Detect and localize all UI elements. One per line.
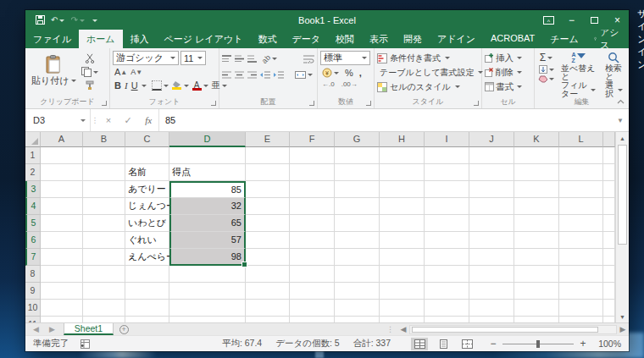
column-header-E[interactable]: E (246, 132, 290, 147)
cell-H11[interactable] (380, 317, 425, 322)
cell-J1[interactable] (469, 147, 514, 164)
cell-C8[interactable] (125, 266, 169, 283)
cell-C9[interactable] (125, 283, 169, 300)
cell-I6[interactable] (425, 232, 469, 249)
cell-C1[interactable] (125, 147, 169, 164)
cell-L3[interactable] (559, 181, 603, 198)
page-break-view-button[interactable] (458, 338, 475, 350)
cell-K1[interactable] (514, 147, 559, 164)
sign-in-button[interactable]: サインイン (630, 30, 644, 48)
column-header-F[interactable]: F (290, 132, 335, 147)
cell-D1[interactable] (169, 147, 246, 164)
cell-J11[interactable] (469, 317, 514, 322)
cell-J7[interactable] (469, 249, 514, 266)
cell-F11[interactable] (290, 317, 335, 322)
cell-L10[interactable] (559, 300, 603, 317)
decrease-indent-icon[interactable] (260, 71, 270, 79)
save-button[interactable] (33, 10, 47, 30)
cell-G6[interactable] (335, 232, 380, 249)
increase-indent-icon[interactable] (274, 71, 284, 79)
cell-C6[interactable]: ぐれい (125, 232, 169, 249)
cell-F9[interactable] (290, 283, 335, 300)
cell-K2[interactable] (514, 164, 559, 181)
cell-E9[interactable] (246, 283, 290, 300)
row-header-9[interactable]: 9 (25, 283, 41, 300)
bold-button[interactable]: B (113, 80, 123, 91)
ribbon-display-options-button[interactable]: ^ (537, 10, 560, 30)
find-select-button[interactable]: 検索と 選択 (602, 51, 626, 99)
horizontal-scroll-thumb[interactable] (412, 327, 598, 333)
column-header-C[interactable]: C (125, 132, 169, 147)
scroll-right-arrow[interactable]: ▶ (617, 325, 629, 333)
collapse-ribbon-button[interactable] (617, 96, 625, 106)
cell-C3[interactable]: あでりー (125, 181, 169, 198)
insert-function-button[interactable]: fx (145, 115, 152, 125)
expand-formula-bar-button[interactable]: ▼ (612, 109, 629, 131)
cell-L7[interactable] (559, 249, 603, 266)
cell-D5[interactable]: 65 (169, 215, 246, 232)
italic-button[interactable]: I (123, 80, 130, 91)
cell-E6[interactable] (246, 232, 290, 249)
row-header-11[interactable]: 11 (25, 317, 41, 322)
cell-G8[interactable] (335, 266, 380, 283)
select-all-corner[interactable] (25, 132, 41, 147)
cell-B2[interactable] (83, 164, 125, 181)
cell-A5[interactable] (41, 215, 83, 232)
column-header-L[interactable]: L (559, 132, 603, 147)
row-header-6[interactable]: 6 (25, 232, 41, 249)
normal-view-button[interactable] (411, 338, 428, 350)
formula-bar-splitter[interactable]: ⋮ (91, 109, 99, 131)
cell-L4[interactable] (559, 198, 603, 215)
cell-F2[interactable] (290, 164, 335, 181)
tab-acrobat[interactable]: ACROBAT (483, 30, 542, 48)
maximize-button[interactable] (583, 10, 606, 30)
cell-I7[interactable] (425, 249, 469, 266)
row-header-2[interactable]: 2 (25, 164, 41, 181)
cell-C2[interactable]: 名前 (125, 164, 169, 181)
cell-K8[interactable] (514, 266, 559, 283)
cell-K9[interactable] (514, 283, 559, 300)
wrap-text-icon[interactable] (303, 55, 314, 63)
font-size-combo[interactable]: 11 (180, 51, 206, 65)
cell-L11[interactable] (559, 317, 603, 322)
cell-E11[interactable] (246, 317, 290, 322)
number-format-combo[interactable]: 標準 (320, 51, 370, 65)
cell-B4[interactable] (83, 198, 125, 215)
cell-B11[interactable] (83, 317, 125, 322)
autosum-button[interactable]: Σ (537, 52, 555, 63)
cell-D6[interactable]: 57 (169, 232, 246, 249)
column-header-A[interactable]: A (41, 132, 83, 147)
cell-F3[interactable] (290, 181, 335, 198)
cell-I9[interactable] (425, 283, 469, 300)
cell-G3[interactable] (335, 181, 380, 198)
vertical-scroll-thumb[interactable] (618, 145, 627, 245)
cell-D2[interactable]: 得点 (169, 164, 246, 181)
name-box[interactable]: D3 (25, 109, 90, 131)
cell-A8[interactable] (41, 266, 83, 283)
cell-I2[interactable] (425, 164, 469, 181)
orientation-button[interactable]: ab (260, 54, 279, 64)
scroll-down-arrow[interactable]: ▼ (616, 311, 629, 322)
row-header-5[interactable]: 5 (25, 215, 41, 232)
column-header-partial[interactable] (603, 132, 615, 147)
cell-E10[interactable] (246, 300, 290, 317)
styles-dialog-launcher-icon[interactable] (474, 101, 479, 106)
cell-J2[interactable] (469, 164, 514, 181)
cell-H10[interactable] (380, 300, 425, 317)
close-button[interactable]: × (606, 10, 629, 30)
tab-splitter[interactable]: ⋮ (383, 325, 397, 333)
cell-H1[interactable] (380, 147, 425, 164)
cell-K5[interactable] (514, 215, 559, 232)
scroll-up-arrow[interactable]: ▲ (616, 132, 629, 144)
insert-cells-button[interactable]: 挿入 (485, 51, 531, 65)
cell-A11[interactable] (41, 317, 83, 322)
cell-A7[interactable] (41, 249, 83, 266)
cell-L9[interactable] (559, 283, 603, 300)
number-dialog-launcher-icon[interactable] (366, 101, 371, 106)
redo-button[interactable]: ↷ (68, 10, 86, 30)
cell-G11[interactable] (335, 317, 380, 322)
cell-A2[interactable] (41, 164, 83, 181)
cell-A10[interactable] (41, 300, 83, 317)
zoom-out-button[interactable]: − (489, 338, 497, 350)
cell-I10[interactable] (425, 300, 469, 317)
